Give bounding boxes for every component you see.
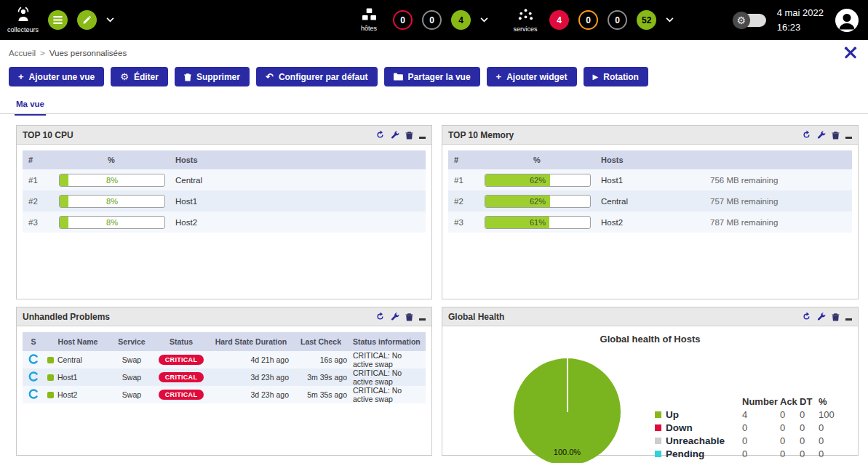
centreon-logo-icon[interactable] (28, 374, 39, 383)
widget-header: TOP 10 CPU (17, 126, 431, 145)
trash-icon[interactable] (832, 313, 840, 321)
breadcrumb-home[interactable]: Accueil (9, 49, 36, 57)
clock: 4 mai 2022 16:23 (777, 6, 824, 34)
legend-item-unreachable: Unreachable (655, 435, 742, 446)
last-check-cell: 5m 35s ago (292, 386, 350, 403)
breadcrumb-current[interactable]: Vues personnalisées (49, 49, 127, 57)
widget-global-health: Global Health Global health of Hosts 100… (442, 307, 859, 456)
column-header[interactable]: Hosts (595, 150, 704, 169)
pollers-status[interactable]: collecteurs (7, 7, 39, 33)
duration-cell: 3d 23h ago (210, 369, 292, 386)
view-toolbar: + Ajouter une vue ⚙ Éditer Supprimer ↶ C… (9, 67, 648, 86)
delete-view-button[interactable]: Supprimer (175, 67, 250, 86)
hosts-status[interactable]: hôtes (354, 8, 383, 32)
services-unknown-counter[interactable]: 0 (608, 10, 627, 30)
poller-config-icon[interactable] (77, 10, 97, 30)
wrench-icon[interactable] (817, 313, 826, 321)
column-header[interactable]: # (448, 150, 479, 169)
theme-toggle[interactable]: ⚙ (734, 14, 766, 27)
add-view-button[interactable]: + Ajouter une vue (9, 67, 104, 86)
minimize-icon[interactable] (419, 137, 426, 139)
refresh-icon[interactable] (375, 130, 385, 140)
services-warning-counter[interactable]: 0 (578, 10, 598, 30)
memory-remaining: 756 MB remaining (704, 169, 852, 190)
minimize-icon[interactable] (419, 318, 426, 321)
user-avatar-icon[interactable] (835, 8, 859, 33)
folder-icon (394, 73, 403, 81)
services-critical-counter[interactable]: 4 (549, 10, 569, 30)
legend-ack: 0 (780, 448, 800, 459)
host-link[interactable]: Central (595, 190, 704, 212)
widget-unhandled-problems: Unhandled Problems S Host Name Service S… (16, 307, 432, 456)
time-text: 16:23 (777, 20, 824, 35)
host-link[interactable]: Central (57, 355, 82, 364)
centreon-logo-icon[interactable] (28, 392, 39, 400)
add-widget-button[interactable]: + Ajouter widget (487, 67, 577, 86)
column-header[interactable]: Last Check (292, 332, 350, 351)
health-chart-area: Global health of Hosts 100.0% Number Ack… (442, 326, 858, 456)
hosts-unreachable-counter[interactable]: 0 (422, 10, 442, 30)
share-view-button[interactable]: Partager la vue (384, 67, 480, 86)
column-header[interactable]: Hosts (170, 150, 426, 169)
status-info-cell: CRITICAL: No active swap (350, 369, 426, 386)
wrench-icon[interactable] (817, 131, 826, 140)
table-row: Central Swap CRITICAL 4d 21h ago 16s ago… (23, 351, 426, 369)
table-row: #3 61% Host2 787 MB remaining (448, 212, 852, 233)
widget-title: TOP 10 CPU (23, 130, 73, 140)
host-link[interactable]: Central (170, 169, 426, 190)
host-link[interactable]: Host1 (595, 169, 704, 190)
memory-table: # % Hosts #1 62% Host1 756 MB remaining … (448, 150, 852, 233)
pie-slice-divider (567, 358, 568, 412)
refresh-icon[interactable] (802, 312, 811, 321)
configure-default-button[interactable]: ↶ Configurer par défaut (256, 67, 378, 86)
wrench-icon[interactable] (391, 131, 399, 140)
trash-icon[interactable] (832, 131, 840, 140)
chevron-down-icon[interactable] (480, 17, 488, 23)
poller-list-icon[interactable] (48, 10, 68, 30)
service-link[interactable]: Swap (111, 351, 152, 369)
host-link[interactable]: Host1 (57, 373, 77, 382)
host-link[interactable]: Host2 (595, 212, 704, 233)
legend-percent: 100 (819, 409, 846, 420)
trash-icon[interactable] (405, 131, 413, 140)
customize-tools-icon[interactable] (843, 46, 858, 61)
column-header[interactable]: Host Name (44, 332, 111, 351)
host-link[interactable]: Host1 (170, 190, 426, 212)
hosts-label: hôtes (361, 25, 377, 32)
top-navigation-bar: collecteurs hôtes 0 0 4 serv (0, 0, 868, 40)
host-link[interactable]: Host2 (57, 390, 77, 399)
column-header[interactable]: # (23, 150, 53, 169)
services-ok-counter[interactable]: 52 (637, 10, 656, 30)
column-header[interactable]: Status (152, 332, 210, 351)
wrench-icon[interactable] (391, 313, 399, 321)
refresh-icon[interactable] (375, 312, 385, 321)
hosts-down-counter[interactable]: 0 (393, 10, 413, 30)
column-header[interactable]: S (23, 332, 44, 351)
minimize-icon[interactable] (845, 318, 852, 321)
minimize-icon[interactable] (845, 137, 852, 139)
service-link[interactable]: Swap (111, 369, 152, 386)
legend-dt: 0 (800, 422, 819, 433)
memory-usage-bar: 62% (485, 174, 591, 187)
edit-view-button[interactable]: ⚙ Éditer (111, 67, 168, 86)
service-link[interactable]: Swap (111, 386, 152, 403)
legend-color-swatch (655, 451, 661, 457)
hosts-health-pie-chart[interactable]: 100.0% (514, 358, 621, 463)
column-header[interactable]: Service (111, 332, 152, 351)
column-header[interactable]: % (479, 150, 595, 169)
rotation-button[interactable]: ▶ Rotation (584, 67, 648, 86)
hosts-up-counter[interactable]: 4 (451, 10, 471, 30)
plus-icon: + (18, 72, 24, 81)
hosts-status-menu: hôtes 0 0 4 (354, 0, 488, 40)
chevron-down-icon[interactable] (666, 17, 674, 23)
trash-icon[interactable] (405, 313, 413, 321)
column-header[interactable]: Status information (350, 332, 426, 351)
host-link[interactable]: Host2 (170, 212, 426, 233)
refresh-icon[interactable] (802, 130, 811, 140)
services-status[interactable]: services (511, 8, 540, 33)
column-header[interactable]: Hard State Duration (210, 332, 292, 351)
column-header[interactable]: % (53, 150, 170, 169)
chevron-down-icon[interactable] (106, 17, 114, 23)
topbar-right: ⚙ 4 mai 2022 16:23 (734, 0, 859, 40)
centreon-logo-icon[interactable] (28, 357, 39, 366)
